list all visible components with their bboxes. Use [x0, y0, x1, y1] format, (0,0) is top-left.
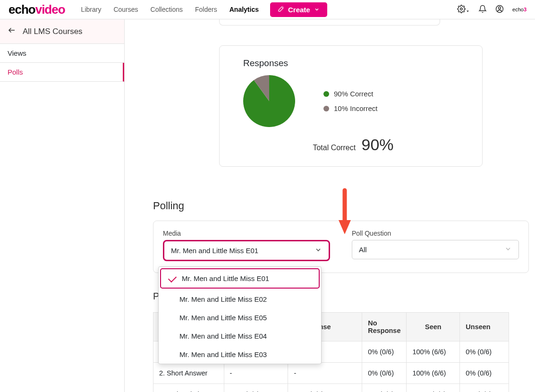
- mini-logo: echo3: [512, 7, 527, 12]
- svg-point-3: [499, 7, 501, 9]
- th-seen[interactable]: Seen: [407, 313, 460, 341]
- nav-courses[interactable]: Courses: [113, 6, 138, 13]
- media-label: Media: [163, 230, 330, 237]
- svg-point-0: [460, 8, 463, 10]
- th-unseen[interactable]: Unseen: [460, 313, 509, 341]
- table-row: 2. Short Answer - - 0% (0/6) 100% (6/6) …: [153, 363, 509, 384]
- media-dropdown: Mr. Men and Little Miss E01 Mr. Men and …: [158, 266, 322, 364]
- total-correct-value: 90%: [362, 136, 394, 153]
- media-option-0[interactable]: Mr. Men and Little Miss E01: [160, 268, 320, 289]
- nav-analytics[interactable]: Analytics: [229, 6, 259, 13]
- create-button[interactable]: Create: [270, 2, 327, 17]
- chart-legend: 90% Correct 10% Incorrect: [323, 90, 378, 112]
- sidebar-item-views[interactable]: Views: [0, 44, 124, 63]
- media-option-3[interactable]: Mr. Men and Little Miss E04: [159, 327, 321, 345]
- nav-library[interactable]: Library: [81, 6, 102, 13]
- top-nav: Library Courses Collections Folders Anal…: [81, 6, 259, 13]
- svg-marker-1: [467, 10, 469, 12]
- responses-pie-chart: [243, 75, 295, 127]
- sidebar-item-polls[interactable]: Polls: [0, 63, 124, 82]
- poll-question-select[interactable]: All: [352, 240, 519, 259]
- user-icon[interactable]: [495, 5, 504, 15]
- arrow-left-icon: [8, 26, 16, 37]
- media-option-1[interactable]: Mr. Men and Little Miss E02: [159, 290, 321, 308]
- polling-filter-card: Media Mr. Men and Little Miss E01 Poll Q…: [153, 221, 529, 273]
- chevron-down-icon: [504, 245, 512, 254]
- responses-card: Responses 90% Correct 10% Incorrect Tota…: [219, 45, 483, 167]
- nav-folders[interactable]: Folders: [195, 6, 217, 13]
- svg-marker-6: [339, 220, 351, 234]
- poll-question-label: Poll Question: [352, 230, 519, 237]
- settings-icon[interactable]: [457, 5, 470, 15]
- table-row: 3. Ordered List 67% (4/6) 33% (2/6) 0% (…: [153, 384, 509, 392]
- nav-collections[interactable]: Collections: [151, 6, 183, 13]
- chevron-down-icon: [314, 246, 322, 255]
- app-logo[interactable]: echovideo: [8, 2, 65, 17]
- annotation-arrow: [338, 188, 352, 237]
- sidebar-back[interactable]: All LMS Courses: [0, 19, 124, 44]
- media-select[interactable]: Mr. Men and Little Miss E01: [163, 240, 330, 261]
- total-correct-label: Total Correct: [313, 144, 356, 152]
- magic-wand-icon: [278, 6, 284, 14]
- responses-title: Responses: [243, 58, 463, 68]
- legend-dot-correct: [323, 91, 329, 97]
- legend-dot-incorrect: [323, 106, 329, 111]
- bell-icon[interactable]: [478, 5, 487, 15]
- media-option-2[interactable]: Mr. Men and Little Miss E05: [159, 308, 321, 327]
- card-stub: [219, 19, 440, 26]
- sidebar: All LMS Courses Views Polls: [0, 19, 125, 392]
- media-option-4[interactable]: Mr. Men and Little Miss E03: [159, 345, 321, 364]
- th-no-response[interactable]: No Response: [362, 313, 407, 341]
- chevron-down-icon: [314, 6, 320, 14]
